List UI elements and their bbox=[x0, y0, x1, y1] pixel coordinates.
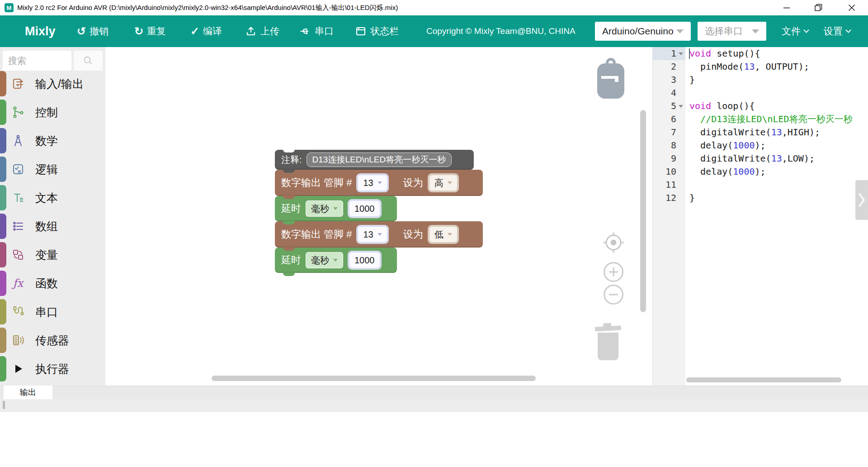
toolbar-button-upload[interactable]: 上传 bbox=[245, 15, 279, 47]
code-horizontal-scrollbar[interactable] bbox=[686, 377, 841, 382]
value-socket: 13 bbox=[356, 173, 388, 192]
field-value[interactable]: 1000 bbox=[349, 201, 380, 216]
toolbar-button-serial[interactable]: 串口 bbox=[299, 15, 334, 47]
toolbar-button-label: 编译 bbox=[203, 25, 222, 38]
category-color-strip bbox=[0, 271, 6, 296]
sidebar-item-math[interactable]: 数学 bbox=[0, 128, 105, 153]
zoom-out-icon[interactable] bbox=[603, 284, 624, 305]
compile-icon: ✓ bbox=[190, 26, 199, 37]
play-icon bbox=[11, 362, 25, 376]
code-text: digitalWrite(13,HIGH); bbox=[689, 126, 820, 139]
line-number: 12 bbox=[652, 191, 676, 205]
line-number: 5 bbox=[652, 100, 676, 113]
category-color-strip bbox=[0, 157, 6, 182]
search-button[interactable] bbox=[74, 51, 103, 71]
line-number: 6 bbox=[652, 113, 676, 126]
value-socket: 1000 bbox=[348, 199, 382, 218]
output-scrollbar[interactable] bbox=[3, 401, 5, 409]
sidebar-item-control[interactable]: 控制 bbox=[0, 100, 105, 125]
code-text: void loop(){ bbox=[689, 100, 755, 113]
block-notch bbox=[283, 149, 295, 152]
close-button[interactable] bbox=[841, 0, 862, 15]
field-value[interactable]: 高 bbox=[429, 175, 457, 191]
sensor-icon bbox=[11, 334, 25, 347]
sidebar-item-variable[interactable]: 变量 bbox=[0, 242, 105, 267]
unit-dropdown[interactable]: 毫秒 bbox=[306, 200, 343, 217]
block-label: 设为 bbox=[403, 176, 423, 190]
fold-caret-icon[interactable] bbox=[679, 52, 683, 55]
code-line-3: 3} bbox=[652, 73, 868, 86]
toolbar-button-label: 串口 bbox=[315, 25, 334, 38]
code-line-11: 11 bbox=[652, 178, 868, 191]
tab-output[interactable]: 输出 bbox=[4, 386, 52, 399]
category-color-strip bbox=[0, 214, 6, 239]
block-delay-1[interactable]: 延时 毫秒 1000 bbox=[275, 196, 397, 221]
code-text: void setup(){ bbox=[689, 47, 760, 60]
category-color-strip bbox=[0, 100, 6, 125]
fold-caret-icon[interactable] bbox=[679, 105, 683, 108]
port-select[interactable]: 选择串口 bbox=[698, 22, 766, 41]
zoom-center-icon[interactable] bbox=[601, 230, 626, 255]
sidebar-item-serial[interactable]: 串口 bbox=[0, 299, 105, 324]
toolbar-button-undo[interactable]: ↺撤销 bbox=[77, 15, 108, 47]
code-text: digitalWrite(13,LOW); bbox=[689, 152, 815, 165]
block-label: 数字输出 管脚 # bbox=[281, 228, 352, 241]
code-line-4: 4 bbox=[652, 86, 868, 100]
sidebar-item-function[interactable]: ƒx函数 bbox=[0, 271, 105, 296]
sidebar-item-text[interactable]: 文本 bbox=[0, 185, 105, 210]
toolbar-button-compile[interactable]: ✓编译 bbox=[190, 15, 222, 47]
title-bar: M Mixly 2.0 rc2 For Arduino AVR (D:\mixl… bbox=[0, 0, 868, 15]
toolbar-button-statusbar[interactable]: 状态栏 bbox=[355, 15, 399, 47]
sidebar-item-io[interactable]: 输入/输出 bbox=[0, 71, 105, 96]
zoom-in-icon[interactable] bbox=[603, 261, 624, 283]
board-select[interactable]: Arduino/Genuino bbox=[595, 22, 691, 41]
line-number: 9 bbox=[652, 152, 676, 165]
sidebar-item-label: 函数 bbox=[35, 271, 58, 296]
sidebar-item-logic[interactable]: 逻辑 bbox=[0, 157, 105, 182]
block-delay-2[interactable]: 延时 毫秒 1000 bbox=[275, 248, 397, 273]
unit-dropdown[interactable]: 毫秒 bbox=[306, 252, 343, 268]
cable-icon bbox=[11, 305, 25, 319]
toolbar-button-label: 上传 bbox=[260, 25, 279, 38]
toolbar-button-label: 撤销 bbox=[90, 25, 108, 38]
block-digital-write-low[interactable]: 数字输出 管脚 # 13 设为 低 bbox=[275, 221, 483, 248]
workspace-vertical-scrollbar[interactable] bbox=[640, 110, 646, 312]
menu-settings-label: 设置 bbox=[824, 25, 843, 38]
text-cursor bbox=[689, 48, 690, 59]
window-icon bbox=[355, 25, 367, 37]
block-comment[interactable]: 注释: D13连接LED\nLED将亮一秒灭一秒 bbox=[275, 150, 474, 170]
field-value[interactable]: 13 bbox=[358, 175, 387, 191]
block-category-sidebar: 输入/输出控制数学逻辑文本数组变量ƒx函数串口传感器执行器 bbox=[0, 47, 105, 386]
chevron-down-icon bbox=[752, 29, 759, 33]
search-input[interactable] bbox=[3, 51, 71, 71]
value-socket: 13 bbox=[356, 225, 388, 244]
category-color-strip bbox=[0, 242, 6, 267]
swap-icon bbox=[11, 248, 25, 262]
code-line-5: 5void loop(){ bbox=[652, 100, 868, 113]
port-select-placeholder: 选择串口 bbox=[705, 25, 743, 38]
field-value[interactable]: 低 bbox=[429, 227, 457, 242]
collapse-code-panel-button[interactable] bbox=[855, 180, 868, 220]
toolbar-button-redo[interactable]: ↻重复 bbox=[134, 15, 166, 47]
workspace-horizontal-scrollbar[interactable] bbox=[212, 376, 536, 381]
minimize-button[interactable] bbox=[776, 0, 797, 15]
field-value[interactable]: 1000 bbox=[349, 253, 380, 268]
sidebar-item-array[interactable]: 数组 bbox=[0, 214, 105, 239]
value-socket: 高 bbox=[428, 173, 459, 192]
sidebar-item-actuator[interactable]: 执行器 bbox=[0, 356, 105, 381]
brand-logo[interactable]: Mixly bbox=[25, 15, 56, 47]
block-label: 设为 bbox=[403, 228, 423, 241]
chevron-right-icon bbox=[855, 180, 868, 220]
trash-icon[interactable] bbox=[593, 322, 623, 361]
comment-text-field[interactable]: D13连接LED\nLED将亮一秒灭一秒 bbox=[307, 152, 452, 167]
close-icon bbox=[846, 2, 858, 14]
menu-settings[interactable]: 设置 bbox=[824, 15, 850, 47]
backpack-icon[interactable] bbox=[596, 58, 626, 100]
field-value[interactable]: 13 bbox=[358, 227, 387, 242]
menu-file[interactable]: 文件 bbox=[782, 15, 808, 47]
block-digital-write-high[interactable]: 数字输出 管脚 # 13 设为 高 bbox=[275, 170, 483, 196]
sidebar-item-label: 控制 bbox=[35, 100, 58, 125]
sidebar-item-sensor[interactable]: 传感器 bbox=[0, 328, 105, 353]
block-label: 注释: bbox=[281, 154, 302, 166]
restore-button[interactable] bbox=[808, 0, 829, 15]
